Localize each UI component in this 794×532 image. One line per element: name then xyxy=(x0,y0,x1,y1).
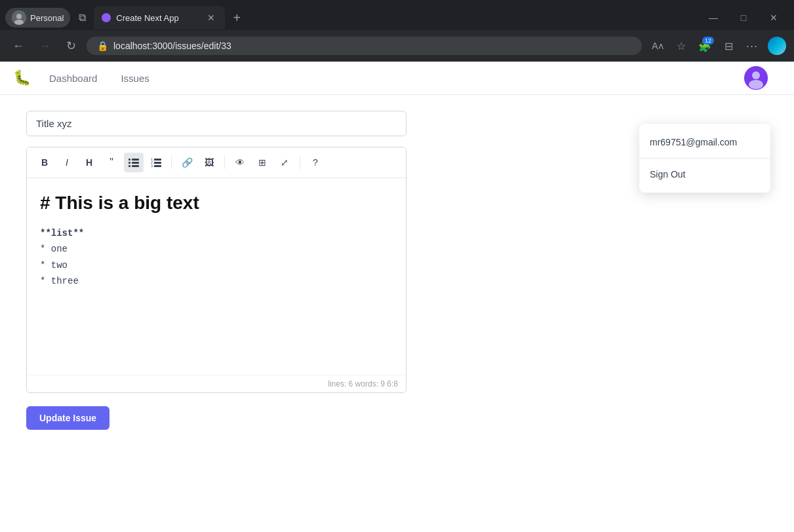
editor-line-4: * three xyxy=(40,274,393,288)
svg-point-1 xyxy=(16,14,22,19)
profile-label: Personal xyxy=(30,13,64,23)
ordered-list-button[interactable]: 1.2.3. xyxy=(146,153,166,172)
read-aloud-button[interactable]: Aʌ xyxy=(647,35,668,56)
help-button[interactable]: ? xyxy=(306,153,325,172)
menu-button[interactable]: ··· xyxy=(742,35,763,56)
editor-body[interactable]: # This is a big text **list** * one * tw… xyxy=(27,178,406,375)
nav-issues-link[interactable]: Issues xyxy=(115,70,154,86)
svg-rect-7 xyxy=(132,159,139,161)
nav-dashboard-link[interactable]: Dashboard xyxy=(44,70,102,86)
tab-close-button[interactable]: ✕ xyxy=(205,12,217,24)
svg-rect-8 xyxy=(129,162,130,164)
svg-rect-9 xyxy=(132,162,139,164)
new-tab-button[interactable]: + xyxy=(228,9,246,27)
lock-icon: 🔒 xyxy=(97,41,108,51)
unordered-list-button[interactable] xyxy=(124,153,144,172)
update-issue-button[interactable]: Update Issue xyxy=(26,406,109,430)
editor-line-2: * one xyxy=(40,242,393,256)
profile-chip[interactable]: Personal xyxy=(5,8,70,28)
split-button[interactable]: ⊞ xyxy=(252,153,272,172)
tab-title: Create Next App xyxy=(116,13,200,23)
navbar: 🐛 Dashboard Issues mr69751@gmail.com Sig… xyxy=(0,62,794,95)
active-tab[interactable]: Create Next App ✕ xyxy=(94,6,225,29)
reload-button[interactable]: ↻ xyxy=(60,35,81,56)
link-button[interactable]: 🔗 xyxy=(177,153,197,172)
svg-point-2 xyxy=(14,20,24,25)
url-bar[interactable]: 🔒 localhost:3000/issues/edit/33 xyxy=(87,37,642,55)
extensions-badge: 12 xyxy=(702,37,714,45)
svg-rect-10 xyxy=(129,165,130,167)
favorites-button[interactable]: ☆ xyxy=(671,35,692,56)
fullscreen-button[interactable]: ⤢ xyxy=(275,153,294,172)
toolbar-separator-2 xyxy=(224,156,225,169)
split-screen-button[interactable]: ⊟ xyxy=(718,35,739,56)
svg-rect-15 xyxy=(154,162,161,164)
maximize-button[interactable]: □ xyxy=(728,7,759,28)
editor-bold-list: **list** xyxy=(40,228,84,238)
tab-favicon xyxy=(102,13,111,22)
profile-avatar-small xyxy=(12,10,26,25)
toolbar-separator-1 xyxy=(171,156,172,169)
italic-button[interactable]: I xyxy=(57,153,77,172)
user-avatar[interactable] xyxy=(744,66,768,90)
svg-rect-11 xyxy=(132,165,139,167)
editor-toolbar: B I H " 1.2.3. 🔗 🖼 👁 ⊞ ⤢ ? xyxy=(27,147,406,178)
edge-icon xyxy=(768,37,786,55)
url-text: localhost:3000/issues/edit/33 xyxy=(113,41,631,51)
back-button[interactable]: ← xyxy=(8,35,29,56)
svg-rect-6 xyxy=(129,159,130,161)
editor-container: B I H " 1.2.3. 🔗 🖼 👁 ⊞ ⤢ ? xyxy=(26,147,407,393)
dropdown-divider xyxy=(639,158,770,159)
svg-point-4 xyxy=(752,71,760,79)
editor-line-3: * two xyxy=(40,258,393,273)
close-button[interactable]: ✕ xyxy=(759,7,789,28)
editor-line-1: **list** xyxy=(40,226,393,240)
extensions-button[interactable]: 🧩 12 xyxy=(694,35,715,56)
bold-button[interactable]: B xyxy=(35,153,54,172)
preview-button[interactable]: 👁 xyxy=(230,153,250,172)
editor-heading-line: # This is a big text xyxy=(40,189,393,218)
sign-out-button[interactable]: Sign Out xyxy=(639,164,770,185)
image-button[interactable]: 🖼 xyxy=(199,153,219,172)
title-input[interactable] xyxy=(26,111,407,136)
page-content: 🐛 Dashboard Issues mr69751@gmail.com Sig… xyxy=(0,62,794,531)
svg-point-5 xyxy=(749,80,763,89)
tab-duplicate-icon[interactable]: ⧉ xyxy=(73,9,91,27)
forward-button[interactable]: → xyxy=(34,35,55,56)
svg-rect-17 xyxy=(154,165,161,167)
svg-rect-13 xyxy=(154,159,161,161)
user-dropdown: mr69751@gmail.com Sign Out xyxy=(639,124,770,193)
toolbar-separator-3 xyxy=(300,156,300,169)
editor-footer-stats: lines: 6 words: 9 6:8 xyxy=(27,375,406,392)
minimize-button[interactable]: — xyxy=(698,7,728,28)
dropdown-email: mr69751@gmail.com xyxy=(639,132,770,153)
heading-button[interactable]: H xyxy=(79,153,99,172)
blockquote-button[interactable]: " xyxy=(102,153,121,172)
nav-logo: 🐛 xyxy=(13,69,31,86)
